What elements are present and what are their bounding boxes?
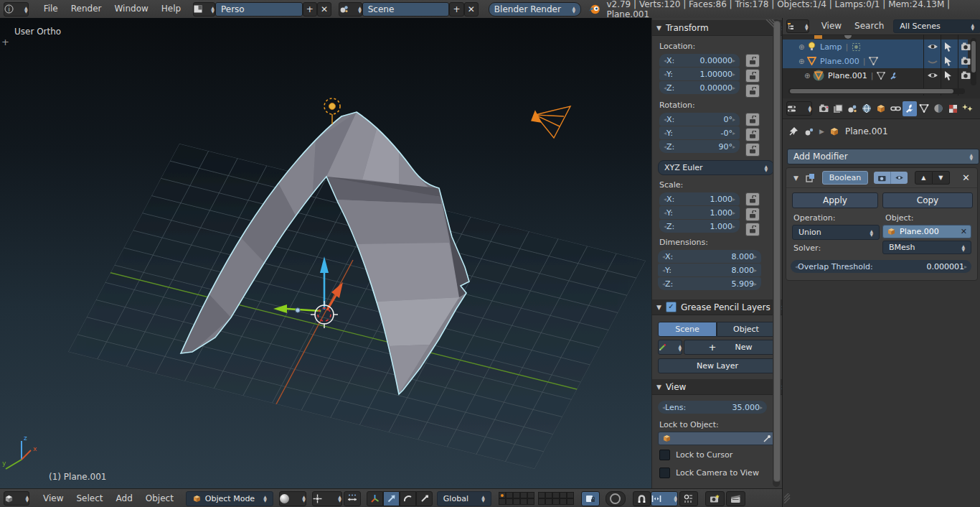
modifier-move-up-button[interactable]: ▲ [915,171,933,185]
tab-texture[interactable] [946,101,960,116]
object-name[interactable]: Plane.000 [820,57,859,66]
viewport-shading-dropdown[interactable]: ▲▼ [279,491,306,506]
apply-button[interactable]: Apply [792,192,878,208]
render-engine-dropdown[interactable]: Blender Render▲▼ [489,2,581,17]
scrollbar-thumb[interactable] [790,89,953,93]
dimensions-x-field[interactable]: ◂X:8.000▸ [658,250,761,263]
layers-widget[interactable] [499,492,574,505]
add-scene-button[interactable]: + [449,2,463,17]
expand-icon[interactable]: ⊕ [798,43,807,51]
tab-scene[interactable] [845,101,859,116]
new-layer-button[interactable]: New Layer [658,358,777,373]
outliner-menu-view[interactable]: View [815,18,848,34]
grease-object-tab[interactable]: Object [717,322,776,337]
modifier-name-field[interactable]: Boolean [822,171,868,185]
select-toggle-plane001[interactable] [943,70,953,80]
area-resize-corner[interactable] [765,19,775,29]
interaction-mode-dropdown[interactable]: Object Mode▲▼ [186,491,273,506]
object-name[interactable]: Lamp [820,42,842,52]
dimensions-y-field[interactable]: ◂Y:8.000▸ [658,264,761,276]
translate-manipulator-button[interactable] [383,491,400,506]
layer-cell-active[interactable] [499,492,506,498]
lock-scale-x-button[interactable] [745,192,760,206]
add-modifier-dropdown[interactable]: Add Modifier▲▼ [787,149,979,164]
menu-file[interactable]: File [37,0,65,18]
scale-y-field[interactable]: ◂Y:1.000▸ [659,206,740,219]
expand-icon[interactable]: ⊕ [804,72,813,80]
render-toggle-plane001[interactable] [961,71,971,80]
layers-group-2[interactable] [538,492,574,505]
transform-orientation-dropdown[interactable]: Global▲▼ [437,491,491,506]
render-toggle-plane000[interactable] [961,57,971,65]
scrollbar-thumb[interactable] [773,21,781,482]
select-toggle-plane000[interactable] [943,56,953,66]
viewport-menu-view[interactable]: View [37,490,70,507]
tab-material[interactable] [931,101,946,116]
viewport-menu-add[interactable]: Add [110,490,139,507]
info-editor-type-button[interactable]: i ▲▼ [4,2,29,17]
menu-render[interactable]: Render [65,0,108,18]
expand-icon[interactable]: ⊕ [798,57,807,65]
outliner-menu-search[interactable]: Search [848,18,890,34]
opengl-render-anim-button[interactable] [726,491,745,506]
outliner-editor-type-button[interactable]: ▲▼ [786,19,809,33]
camera-gizmo[interactable] [532,106,570,138]
lock-rotation-y-button[interactable] [745,128,760,141]
pivot-point-dropdown[interactable]: ▲▼ [312,491,342,506]
tab-object[interactable] [874,101,888,116]
proportional-edit-dropdown[interactable] [606,491,626,506]
npanel-scrollbar[interactable] [773,19,780,487]
lock-location-z-button[interactable] [745,84,760,98]
pivot-align-toggle[interactable] [344,491,361,506]
grease-scene-tab[interactable]: Scene [658,322,717,337]
select-toggle-lamp[interactable] [943,42,953,52]
rotation-x-field[interactable]: ◂X:0°▸ [659,113,740,126]
operation-dropdown[interactable]: Union▲▼ [792,225,880,240]
dimensions-z-field[interactable]: ◂Z:5.909▸ [658,277,761,290]
opengl-render-button[interactable] [705,491,725,506]
solver-dropdown[interactable]: BMesh▲▼ [882,241,971,254]
lock-scale-y-button[interactable] [745,208,760,221]
scene-field[interactable]: Scene [362,2,450,17]
close-scene-button[interactable]: ✕ [464,2,479,17]
rotate-manipulator-button[interactable] [400,491,416,506]
lock-location-y-button[interactable] [745,69,760,83]
clear-object-button[interactable]: ✕ [961,227,967,236]
grease-pencil-checkbox[interactable]: ✓ [666,302,677,312]
outliner-horizontal-scrollbar[interactable] [788,88,965,94]
tab-particles[interactable] [960,101,974,116]
object-name[interactable]: Plane.001 [828,71,867,80]
manipulator-toggle-button[interactable] [367,491,383,506]
lock-to-object-field[interactable] [658,432,776,445]
tab-modifiers[interactable] [903,101,917,116]
outliner-vertical-scrollbar[interactable] [971,38,976,85]
lock-to-cursor-row[interactable]: Lock to Cursor [659,450,732,460]
pin-icon[interactable] [788,126,798,136]
tab-render-layers[interactable] [831,101,845,116]
viewport-editor-type-button[interactable]: ▲▼ [4,491,29,506]
hide-toggle-lamp[interactable] [927,42,938,51]
copy-button[interactable]: Copy [882,192,973,208]
snap-target-button[interactable] [679,491,698,506]
scrollbar-thumb[interactable] [971,41,976,73]
scale-z-field[interactable]: ◂Z:1.000▸ [659,220,740,233]
modifier-viewport-toggle[interactable] [890,172,908,184]
viewport-menu-object[interactable]: Object [139,490,180,507]
lock-camera-checkbox[interactable] [659,468,670,478]
menu-help[interactable]: Help [155,0,187,18]
3d-scene[interactable]: y z x [0,18,651,488]
rotation-z-field[interactable]: ◂Z:90°▸ [659,140,740,153]
close-layout-button[interactable]: ✕ [317,2,331,17]
layers-group-1[interactable] [499,492,534,505]
open-toolbar-widget[interactable]: + [1,37,9,47]
3d-viewport[interactable]: y z x User Ortho + (1) Plane.001 [0,18,651,488]
lock-location-x-button[interactable] [745,54,760,68]
scenes-filter-dropdown[interactable]: All Scenes▲▼ [893,19,980,33]
modifier-collapse-icon[interactable]: ▼ [793,175,798,182]
grease-pencil-panel-header[interactable]: ▼ ✓ Grease Pencil Layers :::: [652,299,791,315]
screen-layout-icon-button[interactable]: ▲▼ [193,2,215,17]
rotation-y-field[interactable]: ◂Y:-0°▸ [659,126,740,139]
properties-editor-type-button[interactable]: ▲▼ [786,101,812,116]
scale-manipulator-button[interactable] [416,491,433,506]
lock-rotation-z-button[interactable] [745,143,760,157]
